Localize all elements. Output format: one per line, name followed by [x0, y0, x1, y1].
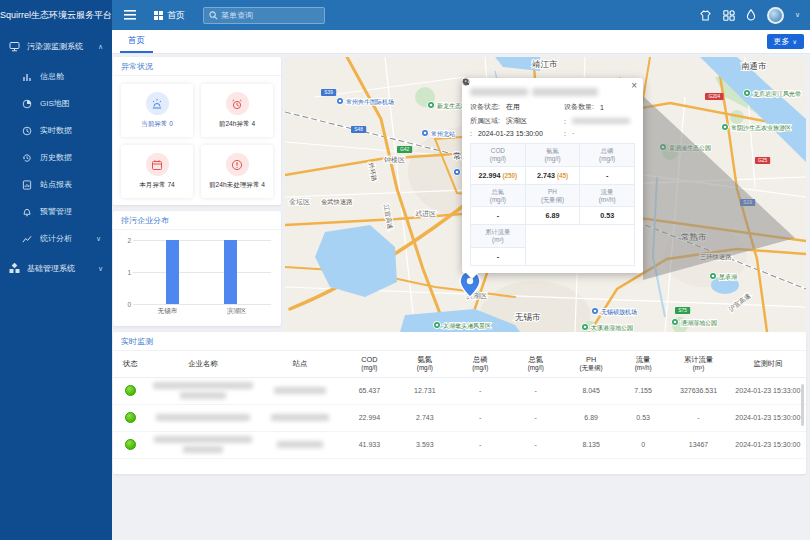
sidebar-item-statistics[interactable]: 统计分析 ∨: [0, 225, 112, 252]
chevron-down-icon[interactable]: ∨: [795, 11, 800, 19]
road-shield-text: G42: [400, 147, 409, 152]
y-tick: 0: [121, 301, 131, 308]
station-popup: × 设备状态: 在用 设备数量: 1 所属区域: 滨湖区 : : 2024-01…: [462, 78, 643, 273]
search-input[interactable]: [221, 11, 319, 20]
layout-icon[interactable]: [723, 10, 735, 21]
map-label: 金武快速路: [321, 198, 353, 205]
x-tick: 无锡市: [133, 307, 202, 316]
realtime-monitor-panel: 实时监测 状态 企业名称 站点 COD(mg/l) 氨氮(mg/l) 总磷(mg…: [113, 332, 806, 474]
table-scrollbar[interactable]: [801, 384, 804, 426]
sidebar-item-alert-management[interactable]: 预警管理: [0, 198, 112, 225]
monitor-panel-title: 实时监测: [113, 332, 806, 351]
app-logo: Squirrel生态环境云服务平台: [0, 0, 112, 30]
phone: : ·: [564, 130, 635, 137]
map-poi-transport[interactable]: 常州奔牛国际机场: [336, 97, 394, 105]
siren-icon: [146, 92, 169, 115]
sidebar-item-label: GIS地图: [40, 98, 70, 109]
user-avatar[interactable]: [767, 7, 784, 24]
bar-wuxi[interactable]: [166, 240, 179, 304]
map-poi-park[interactable]: 龙爪岩滨江风光带: [743, 89, 801, 97]
road-shield-badge: S75: [675, 307, 690, 314]
poi-icon-dot: [436, 324, 439, 327]
metric-value: 22.994 (250): [471, 167, 526, 185]
map-label: 南通市: [741, 61, 767, 71]
flame-icon[interactable]: [746, 9, 756, 21]
metric-header: COD(mg/l): [471, 144, 526, 167]
sidebar-section-base-management[interactable]: 基础管理系统 ∨: [0, 252, 112, 285]
road-shield-text: S48: [354, 127, 363, 132]
menu-toggle-icon[interactable]: [124, 10, 136, 20]
monitor-table: 状态 企业名称 站点 COD(mg/l) 氨氮(mg/l) 总磷(mg/l) 总…: [113, 351, 806, 459]
road-shield-text: S75: [678, 308, 687, 313]
map-poi-park[interactable]: 太湖鼋头渚风景区: [433, 321, 491, 329]
sidebar-item-history-data[interactable]: 历史数据: [0, 144, 112, 171]
sidebar-item-label: 信息舱: [40, 71, 64, 82]
card-last24h-abnormal[interactable]: 前24h异常 4: [201, 84, 273, 137]
menu-search[interactable]: [203, 7, 325, 24]
metric-header: 总磷(mg/l): [580, 144, 635, 167]
card-month-abnormal[interactable]: 本月异常 74: [121, 145, 193, 198]
topbar-actions: ∨: [699, 7, 810, 24]
monitor-table-header: 状态 企业名称 站点 COD(mg/l) 氨氮(mg/l) 总磷(mg/l) 总…: [113, 351, 806, 377]
road-shield-text: G204: [708, 94, 720, 99]
map-canvas[interactable]: 靖江市南通市常州市常熟市无锡市金坛区武进区钟楼区滨湖区金武快速路三环快速路外环路…: [285, 57, 806, 332]
monitor-system-icon: [9, 41, 20, 52]
poi-icon-dot: [339, 100, 342, 103]
sidebar: 污染源监测系统 ∧ 信息舱 GIS地图 实时数据 历史数据 站点报表 预警管理 …: [0, 30, 112, 540]
sidebar-item-realtime-data[interactable]: 实时数据: [0, 117, 112, 144]
card-label: 本月异常 74: [139, 181, 175, 190]
breadcrumb[interactable]: 首页: [154, 9, 185, 22]
y-tick: 1: [121, 269, 131, 276]
abnormal-cards: 当前异常 0 前24h异常 4 本月异常 74 前24h未处理异常 4: [113, 76, 281, 206]
region: 所属区域: 滨湖区: [470, 116, 564, 126]
tab-home[interactable]: 首页: [120, 30, 153, 53]
sidebar-section-pollution-monitoring[interactable]: 污染源监测系统 ∧: [0, 30, 112, 63]
map-label: 金坛区: [289, 198, 310, 205]
sidebar-section-label: 污染源监测系统: [27, 41, 83, 52]
device-status: 设备状态: 在用: [470, 102, 564, 112]
device-count: 设备数量: 1: [564, 102, 635, 112]
col-time: 监测时间: [730, 351, 806, 377]
sidebar-item-info-cabin[interactable]: 信息舱: [0, 63, 112, 90]
table-row[interactable]: 41.9333.593 -- 8.1350 134672024-01-23 15…: [113, 431, 806, 458]
table-row[interactable]: 22.9942.743 -- 6.890.53 -2024-01-23 15:3…: [113, 404, 806, 431]
map-label: 靖江市: [532, 59, 558, 69]
topbar: Squirrel生态环境云服务平台 首页 ∨: [0, 0, 810, 30]
theme-shirt-icon[interactable]: [699, 10, 712, 21]
metric-header: 累计流量(m³): [471, 225, 526, 248]
poi-label: 太湖鼋头渚风景区: [443, 322, 491, 330]
map-poi-park[interactable]: 昆承湖: [709, 272, 737, 280]
chevron-up-icon: ∧: [98, 43, 103, 51]
bar-binhu[interactable]: [224, 240, 237, 304]
exclamation-circle-icon: [226, 153, 249, 176]
poi-icon-dot: [430, 104, 433, 107]
metric-header: PH(无量纲): [526, 185, 581, 208]
table-row[interactable]: 65.43712.731 -- 8.0457.155 327636.531202…: [113, 377, 806, 404]
metric-value: -: [471, 207, 526, 225]
map-poi-park[interactable]: 常阴沙生态农业旅游区: [721, 123, 791, 131]
card-current-abnormal[interactable]: 当前异常 0: [121, 84, 193, 137]
map-poi-transport[interactable]: 常州北站: [421, 129, 455, 137]
enterprise-chart-panel: 排污企业分布 2 1 0 无锡市 滨湖区: [113, 211, 281, 326]
col-company: 企业名称: [148, 351, 259, 377]
card-unhandled-abnormal[interactable]: 前24h未处理异常 4: [201, 145, 273, 198]
sidebar-item-label: 预警管理: [40, 206, 72, 217]
card-label: 前24h异常 4: [219, 120, 255, 129]
popup-metrics-table: COD(mg/l) 氨氮(mg/l) 总磷(mg/l) 22.994 (250)…: [470, 143, 635, 266]
col-station: 站点: [259, 351, 342, 377]
metric-value: 0.53: [580, 207, 635, 225]
status-dot-green: [125, 412, 136, 423]
alarm-bell-icon: [22, 207, 32, 217]
metric-header: 总氮(mg/l): [471, 185, 526, 208]
sidebar-item-station-report[interactable]: 站点报表: [0, 171, 112, 198]
poi-label: 大溪港湿地公园: [591, 324, 633, 332]
sidebar-item-label: 实时数据: [40, 125, 72, 136]
map-label: 武进区: [415, 210, 436, 218]
card-label: 前24h未处理异常 4: [209, 181, 265, 190]
road-shield-text: G25: [758, 158, 767, 163]
road-shield-badge: G204: [705, 93, 724, 100]
close-icon[interactable]: ×: [631, 81, 637, 91]
more-button[interactable]: 更多 ∨: [767, 34, 804, 49]
sidebar-item-label: 历史数据: [40, 152, 72, 163]
sidebar-item-gis-map[interactable]: GIS地图: [0, 90, 112, 117]
